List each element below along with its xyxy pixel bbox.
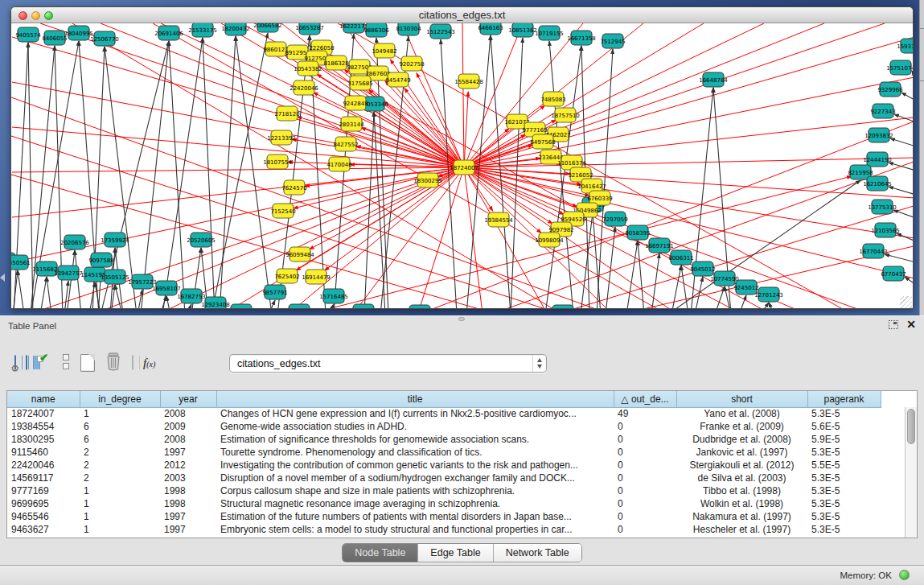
network-node[interactable]: 15122543 — [426, 24, 455, 39]
network-node[interactable]: 9350561 — [11, 255, 31, 270]
network-node[interactable]: 9202758 — [399, 56, 424, 71]
close-panel-icon[interactable]: ✕ — [906, 319, 916, 329]
network-node[interactable]: 7297059 — [602, 212, 627, 226]
network-node[interactable]: 19384554 — [484, 212, 513, 227]
network-node[interactable]: 8186328 — [323, 56, 348, 70]
network-node[interactable]: 22420046 — [290, 80, 318, 95]
network-canvas[interactable]: 9405574840605518040995125067702069140621… — [11, 23, 913, 309]
network-node[interactable]: 8406055 — [42, 31, 67, 45]
table-row[interactable]: 1872400712008Changes of HCN gene express… — [7, 407, 905, 420]
network-node[interactable]: 7152540 — [270, 204, 295, 218]
network-node[interactable]: 9227343 — [870, 104, 895, 118]
row-options-icon[interactable] — [63, 354, 71, 372]
network-node[interactable]: 16304518 — [285, 304, 314, 309]
network-node[interactable]: 9135426 — [228, 304, 254, 309]
table-row[interactable]: 1938455462009Genome-wide association stu… — [7, 420, 905, 433]
selector-spinner-icon[interactable] — [532, 355, 546, 372]
network-node[interactable]: 96099484 — [285, 247, 314, 262]
network-node[interactable]: 16648784 — [699, 72, 728, 87]
network-window-titlebar[interactable]: citations_edges.txt — [11, 7, 913, 23]
network-node[interactable]: 1049482 — [372, 43, 396, 58]
column-header-out_de[interactable]: △ out_de... — [614, 391, 676, 407]
network-node[interactable]: 15716485 — [319, 289, 348, 303]
collapse-panel-arrow-icon[interactable] — [0, 274, 5, 282]
network-node[interactable]: 9242848 — [343, 96, 368, 110]
resize-grip-icon[interactable] — [900, 296, 912, 308]
splitter-handle[interactable] — [458, 317, 465, 321]
network-node[interactable]: 16914479 — [302, 270, 331, 284]
network-node[interactable]: 16697191 — [645, 238, 674, 253]
create-column-icon[interactable] — [80, 354, 95, 372]
tab-edge-table[interactable]: Edge Table — [417, 544, 492, 562]
network-node[interactable]: 16770443 — [859, 244, 888, 258]
network-node[interactable]: 18200432 — [221, 23, 250, 35]
table-row[interactable]: 2242004622012Investigating the contribut… — [7, 459, 905, 472]
column-header-short[interactable]: short — [676, 391, 807, 407]
network-node[interactable]: 18724007 — [450, 160, 478, 175]
network-node[interactable]: 13775310 — [868, 200, 897, 214]
network-node[interactable]: 6770437 — [881, 266, 906, 281]
table-row[interactable]: 911546021997Tourette syndrome. Phenomeno… — [7, 446, 905, 459]
table-row[interactable]: 1830029562008Estimation of significance … — [7, 433, 905, 446]
network-node[interactable]: 10774590 — [710, 271, 739, 286]
network-node[interactable]: 8454749 — [385, 72, 410, 87]
tab-node-table[interactable]: Node Table — [343, 544, 417, 562]
network-node[interactable]: 12701243 — [754, 287, 783, 302]
select-columns-icon[interactable]: ✔ ✔ — [37, 354, 53, 372]
network-node[interactable]: 7624570 — [281, 180, 306, 195]
column-header-title[interactable]: title — [216, 391, 614, 407]
network-node[interactable]: 10719155 — [535, 26, 564, 40]
table-row[interactable]: 977716911998Corpus callosum shape and si… — [7, 484, 905, 497]
network-node[interactable]: 15931405 — [897, 39, 913, 53]
network-node[interactable]: 2803144 — [339, 117, 364, 131]
network-node[interactable]: 20691406 — [154, 26, 183, 40]
network-node[interactable]: 15584428 — [454, 74, 483, 89]
network-node[interactable]: 13505125 — [101, 270, 129, 284]
scrollbar-thumb[interactable] — [907, 409, 915, 444]
table-row[interactable]: 946362711997Embryonic stem cells: a mode… — [7, 523, 905, 536]
network-node[interactable]: 8204013 — [351, 304, 376, 309]
table-options-icon[interactable]: ⚙ — [14, 356, 16, 370]
table-row[interactable]: 969969511998Structural magnetic resonanc… — [7, 497, 905, 510]
delete-column-icon[interactable] — [105, 352, 122, 374]
column-header-name[interactable]: name — [7, 391, 80, 407]
network-node[interactable]: 9405574 — [15, 27, 41, 42]
network-node[interactable]: 12093832 — [864, 128, 893, 142]
network-node[interactable]: 9329966 — [877, 82, 903, 97]
network-node[interactable]: 12103565 — [871, 223, 900, 237]
network-node[interactable]: 16210645 — [863, 176, 892, 191]
network-graph[interactable]: 9405574840605518040995125067702069140621… — [11, 23, 913, 309]
network-node[interactable]: 18300295 — [413, 173, 442, 187]
network-node[interactable]: 12213392 — [267, 130, 296, 145]
network-node[interactable]: 12506770 — [90, 31, 119, 46]
network-node[interactable]: 2718120 — [274, 106, 299, 121]
network-node[interactable]: 10998094 — [535, 233, 564, 247]
table-row[interactable]: 946554611997Estimation of the future num… — [7, 510, 905, 523]
network-node[interactable]: 4170046 — [326, 157, 352, 171]
network-node[interactable]: 7512945 — [600, 34, 625, 48]
network-node[interactable]: 9058395 — [625, 225, 650, 240]
network-node[interactable]: 20206576 — [60, 235, 89, 249]
network-node[interactable]: 7485083 — [540, 92, 565, 106]
network-node[interactable]: 21533175 — [188, 23, 217, 37]
network-node[interactable]: 18757510 — [551, 108, 580, 122]
network-node[interactable]: 11073755 — [405, 305, 434, 309]
network-node[interactable]: 6466163 — [478, 23, 503, 35]
float-panel-icon[interactable] — [889, 320, 898, 329]
network-node[interactable]: 3175685 — [347, 76, 372, 90]
network-node[interactable]: 6497568 — [530, 134, 555, 149]
table-row[interactable]: 1456911722003Disruption of a novel membe… — [7, 472, 905, 484]
network-table-selector[interactable]: citations_edges.txt — [229, 354, 547, 373]
network-node[interactable]: 15751074 — [886, 60, 913, 75]
column-header-year[interactable]: year — [160, 391, 216, 407]
network-node[interactable]: 13942757 — [54, 266, 83, 280]
network-node[interactable]: 10851362 — [508, 23, 537, 37]
network-node[interactable]: 9857791 — [262, 285, 287, 299]
vertical-scrollbar[interactable] — [905, 407, 917, 538]
network-node[interactable]: 10543382 — [294, 61, 322, 76]
network-node[interactable]: 10653287 — [295, 23, 324, 35]
tab-network-table[interactable]: Network Table — [493, 544, 581, 562]
network-node[interactable]: 12444150 — [863, 152, 892, 167]
delete-table-icon[interactable] — [132, 356, 133, 370]
network-node[interactable]: 12923408 — [201, 297, 230, 309]
